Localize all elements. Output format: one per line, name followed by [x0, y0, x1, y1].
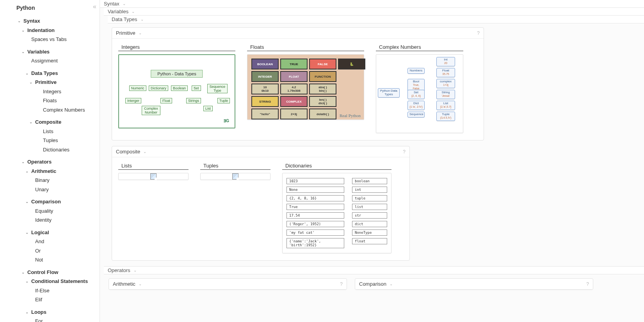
- thumbnail-complex[interactable]: Python Data Types NumbersBoolTrue, False…: [376, 54, 463, 133]
- sidebar-item-not[interactable]: Not: [3, 255, 95, 265]
- thumb-node: Dict{1:'a', 2:'b'}: [407, 101, 425, 110]
- sidebar-item-label: Comparison: [31, 198, 61, 206]
- thumb-cell: int: [352, 187, 387, 193]
- group-header-composite[interactable]: Composite ⌄ ?: [112, 146, 409, 157]
- thumb-cell: [338, 96, 365, 107]
- thumb-node: complex1+3j: [436, 79, 455, 88]
- sidebar-item-label: Logical: [31, 229, 49, 237]
- sidebar-item-binary[interactable]: Binary: [3, 176, 95, 185]
- help-icon[interactable]: ?: [340, 281, 343, 287]
- thumb-cell: [338, 71, 365, 82]
- breadcrumb-variables[interactable]: Variables ⌄: [104, 8, 644, 16]
- sidebar-item-dictionaries[interactable]: Dictionaries: [3, 145, 95, 155]
- help-icon[interactable]: ?: [477, 30, 480, 36]
- thumb-cell: delattr( ): [309, 109, 336, 119]
- collapse-sidebar-icon[interactable]: «: [93, 3, 96, 10]
- sidebar-item-if-else[interactable]: If-Else: [3, 286, 95, 295]
- card-title: Tuples: [200, 163, 270, 170]
- thumb-cell: {2, 4, 8, 16}: [286, 195, 344, 201]
- sidebar-item-operators[interactable]: ⌄Operators: [3, 157, 95, 167]
- thumb-node: Set{2, 4, 6}: [407, 90, 425, 99]
- breadcrumb-datatypes[interactable]: Data Types ⌄: [108, 16, 644, 23]
- sidebar-item-for[interactable]: For: [3, 317, 95, 322]
- sidebar-item-floats[interactable]: Floats: [3, 96, 95, 105]
- sidebar-item-label: Integers: [43, 88, 61, 96]
- sidebar-item-label: Syntax: [23, 17, 40, 25]
- sidebar-tree: ⌄Syntax⌄IndentationSpaces vs Tabs⌄Variab…: [3, 16, 95, 322]
- sidebar-item-assignment[interactable]: Assignment: [3, 56, 95, 66]
- sidebar-title: Python: [3, 3, 95, 16]
- sidebar-item-label: Tuples: [43, 137, 58, 144]
- help-icon[interactable]: ?: [586, 281, 589, 287]
- sidebar-item-identity[interactable]: Identity: [3, 215, 95, 225]
- sidebar-item-syntax[interactable]: ⌄Syntax: [3, 16, 95, 26]
- thumb-node: Tuple(3,4.5,'b'): [436, 112, 455, 121]
- thumb-node: List: [203, 106, 213, 111]
- sidebar-item-integers[interactable]: Integers: [3, 87, 95, 96]
- sidebar-item-elif[interactable]: Elif: [3, 295, 95, 304]
- sidebar-item-comparison[interactable]: ⌄Comparison: [3, 197, 95, 206]
- thumbnail-floats[interactable]: BOOLEANTRUEFALSE🐍INTEGERFLOATFUNCTION10 …: [247, 54, 364, 120]
- card-title: Dictionaries: [282, 163, 391, 170]
- sidebar-item-indentation[interactable]: ⌄Indentation: [3, 26, 95, 35]
- sidebar-item-loops[interactable]: ⌄Loops: [3, 308, 95, 317]
- sidebar-item-complex-numbers[interactable]: Complex Numbers: [3, 105, 95, 115]
- sidebar: « Python ⌄Syntax⌄IndentationSpaces vs Ta…: [0, 0, 100, 322]
- thumb-cell: 2+3j: [280, 109, 308, 119]
- chevron-down-icon: ⌄: [123, 2, 126, 6]
- sidebar-item-unary[interactable]: Unary: [3, 185, 95, 194]
- thumbnail-integers[interactable]: Python - Data Types Numeric Dictionary B…: [118, 54, 235, 128]
- sidebar-item-arithmetic[interactable]: ⌄Arithmetic: [3, 167, 95, 176]
- sidebar-item-label: Data Types: [31, 69, 58, 77]
- thumb-cell: tuple: [352, 195, 387, 201]
- chevron-down-icon: ⌄: [139, 282, 142, 286]
- sidebar-item-conditional-statements[interactable]: ⌄Conditional Statements: [3, 277, 95, 286]
- thumb-node: Numeric: [129, 85, 146, 91]
- breadcrumb-operators[interactable]: Operators ⌄: [104, 266, 644, 274]
- sidebar-item-lists[interactable]: Lists: [3, 127, 95, 136]
- chevron-down-icon: ⌄: [16, 18, 22, 24]
- sidebar-item-label: Not: [35, 256, 43, 264]
- thumb-node: Float: [160, 98, 172, 103]
- sidebar-item-primitive[interactable]: ⌄Primitive: [3, 78, 95, 87]
- sidebar-item-composite[interactable]: ⌄Composite: [3, 117, 95, 127]
- group-arithmetic: Arithmetic ⌄ ?: [109, 278, 347, 290]
- sidebar-item-and[interactable]: And: [3, 237, 95, 246]
- sidebar-item-or[interactable]: Or: [3, 246, 95, 256]
- group-primitive: Primitive ⌄ ? Integers Python - Data Typ…: [112, 27, 484, 141]
- chevron-down-icon: ⌄: [28, 119, 34, 125]
- thumb-cell: dict: [352, 221, 387, 227]
- breadcrumb-label: Syntax: [104, 1, 119, 7]
- sidebar-item-control-flow[interactable]: ⌄Control Flow: [3, 268, 95, 277]
- group-header-comparison[interactable]: Comparison ⌄ ?: [355, 279, 593, 290]
- sidebar-item-data-types[interactable]: ⌄Data Types: [3, 69, 95, 78]
- sidebar-item-tuples[interactable]: Tuples: [3, 136, 95, 145]
- sidebar-item-variables[interactable]: ⌄Variables: [3, 47, 95, 57]
- sidebar-item-label: And: [35, 238, 44, 246]
- brand-text: Real Python: [340, 113, 361, 118]
- sidebar-item-label: Dictionaries: [43, 146, 69, 154]
- group-header-primitive[interactable]: Primitive ⌄ ?: [112, 28, 484, 39]
- logo-text: ƎG: [224, 119, 229, 123]
- chevron-down-icon: ⌄: [24, 229, 30, 235]
- sidebar-item-label: Floats: [43, 97, 57, 105]
- thumb-cell: FUNCTION: [309, 71, 336, 82]
- thumbnail-dictionaries[interactable]: 1023None{2, 4, 8, 16}True17.54('Roger', …: [282, 173, 391, 253]
- sidebar-item-label: Equality: [35, 207, 53, 215]
- thumb-cell: BOOLEAN: [251, 59, 279, 69]
- help-icon[interactable]: ?: [403, 149, 406, 155]
- sidebar-item-logical[interactable]: ⌄Logical: [3, 228, 95, 237]
- thumb-cell: [338, 84, 365, 94]
- card-dictionaries: Dictionaries 1023None{2, 4, 8, 16}True17…: [282, 163, 391, 253]
- chevron-down-icon: ⌄: [24, 278, 30, 284]
- chevron-down-icon: ⌄: [141, 17, 144, 21]
- group-header-arithmetic[interactable]: Arithmetic ⌄ ?: [109, 279, 347, 290]
- thumbnail-lists[interactable]: [118, 173, 189, 180]
- sidebar-item-spaces-vs-tabs[interactable]: Spaces vs Tabs: [3, 35, 95, 44]
- thumb-node: Tuple: [217, 98, 230, 103]
- breadcrumb-syntax[interactable]: Syntax ⌄: [100, 0, 644, 8]
- sidebar-item-equality[interactable]: Equality: [3, 206, 95, 216]
- thumb-cell: str: [352, 212, 387, 219]
- thumb-cell: 17.54: [286, 212, 344, 219]
- thumbnail-tuples[interactable]: [200, 173, 270, 180]
